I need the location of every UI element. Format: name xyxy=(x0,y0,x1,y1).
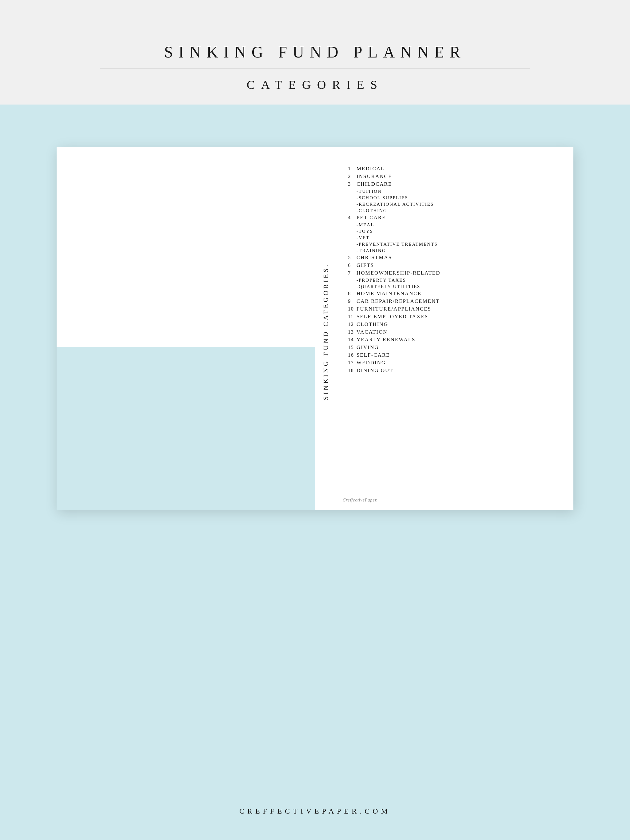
left-page-bottom-color xyxy=(57,347,315,510)
sub-category-name: -TOYS xyxy=(356,229,373,234)
category-name: CLOTHING xyxy=(356,321,388,327)
category-number: 17 xyxy=(348,360,356,366)
category-item: 17 WEDDING xyxy=(348,360,555,366)
sub-category-name: -CLOTHING xyxy=(356,208,387,213)
category-item: 18 DINING OUT xyxy=(348,368,555,374)
category-name: MEDICAL xyxy=(356,166,385,172)
sub-category-name: -TRAINING xyxy=(356,248,386,253)
categories-list: 1 MEDICAL2 INSURANCE3 CHILDCARE-TUITION-… xyxy=(342,163,555,501)
main-title: SINKING FUND PLANNER xyxy=(0,43,630,61)
category-item: 7 HOMEOWNERSHIP-RELATED xyxy=(348,270,555,276)
category-name: DINING OUT xyxy=(356,368,393,374)
category-name: CHILDCARE xyxy=(356,181,392,187)
category-item: 1 MEDICAL xyxy=(348,166,555,172)
sub-category-item: -TOYS xyxy=(356,229,555,234)
category-number: 12 xyxy=(348,321,356,327)
subtitle: CATEGORIES xyxy=(0,77,630,92)
sub-category-name: -QUARTERLY UTILITIES xyxy=(356,284,420,289)
category-item: 13 VACATION xyxy=(348,329,555,335)
sub-category-name: -MEAL xyxy=(356,222,374,227)
category-name: INSURANCE xyxy=(356,174,392,180)
category-number: 15 xyxy=(348,344,356,351)
vertical-label: SINKING FUND CATEGORIES. xyxy=(322,263,330,400)
sub-category-item: -VET xyxy=(356,235,555,240)
category-number: 6 xyxy=(348,262,356,268)
category-item: 3 CHILDCARE xyxy=(348,181,555,187)
category-name: FURNITURE/APPLIANCES xyxy=(356,306,431,312)
category-name: HOME MAINTENANCE xyxy=(356,291,421,297)
vertical-text-container: SINKING FUND CATEGORIES. xyxy=(315,163,337,501)
sub-category-item: -TUITION xyxy=(356,189,555,194)
category-number: 18 xyxy=(348,368,356,374)
category-item: 8 HOME MAINTENANCE xyxy=(348,291,555,297)
sub-category-item: -CLOTHING xyxy=(356,208,555,213)
category-name: YEARLY RENEWALS xyxy=(356,337,416,343)
sub-category-item: -QUARTERLY UTILITIES xyxy=(356,284,555,289)
sub-category-item: -TRAINING xyxy=(356,248,555,253)
category-number: 1 xyxy=(348,166,356,172)
category-name: PET CARE xyxy=(356,215,386,221)
book-spread: SINKING FUND CATEGORIES. 1 MEDICAL2 INSU… xyxy=(57,147,573,510)
category-name: CHRISTMAS xyxy=(356,254,392,261)
category-number: 11 xyxy=(348,314,356,320)
sub-category-item: -MEAL xyxy=(356,222,555,227)
category-number: 2 xyxy=(348,174,356,180)
sub-category-name: -PROPERTY TAXES xyxy=(356,278,406,283)
category-item: 2 INSURANCE xyxy=(348,174,555,180)
category-item: 10 FURNITURE/APPLIANCES xyxy=(348,306,555,312)
category-item: 9 CAR REPAIR/REPLACEMENT xyxy=(348,298,555,305)
header: SINKING FUND PLANNER CATEGORIES xyxy=(0,0,630,92)
category-name: SELF-CARE xyxy=(356,352,390,358)
separator-line xyxy=(339,163,339,501)
right-page: SINKING FUND CATEGORIES. 1 MEDICAL2 INSU… xyxy=(315,147,573,510)
category-item: 12 CLOTHING xyxy=(348,321,555,327)
category-number: 14 xyxy=(348,337,356,343)
category-number: 13 xyxy=(348,329,356,335)
category-number: 16 xyxy=(348,352,356,358)
category-name: CAR REPAIR/REPLACEMENT xyxy=(356,298,440,305)
category-name: GIVING xyxy=(356,344,379,351)
sub-category-item: -PREVENTATIVE TREATMENTS xyxy=(356,242,555,247)
sub-category-name: -VET xyxy=(356,235,369,240)
category-item: 11 SELF-EMPLOYED TAXES xyxy=(348,314,555,320)
category-name: HOMEOWNERSHIP-RELATED xyxy=(356,270,440,276)
sub-category-item: -RECREATIONAL ACTIVITIES xyxy=(356,202,555,207)
category-item: 4 PET CARE xyxy=(348,215,555,221)
category-item: 5 CHRISTMAS xyxy=(348,254,555,261)
footer-text: CREFFECTIVEPAPER.COM xyxy=(239,807,391,815)
category-item: 15 GIVING xyxy=(348,344,555,351)
left-page xyxy=(57,147,315,510)
category-number: 5 xyxy=(348,254,356,261)
category-number: 9 xyxy=(348,298,356,305)
category-number: 3 xyxy=(348,181,356,187)
category-number: 4 xyxy=(348,215,356,221)
sub-category-name: -PREVENTATIVE TREATMENTS xyxy=(356,242,438,247)
category-item: 16 SELF-CARE xyxy=(348,352,555,358)
category-number: 10 xyxy=(348,306,356,312)
category-item: 14 YEARLY RENEWALS xyxy=(348,337,555,343)
sub-category-name: -RECREATIONAL ACTIVITIES xyxy=(356,202,434,207)
credit-text: CreffectivePaper. xyxy=(343,498,378,503)
category-name: GIFTS xyxy=(356,262,374,268)
category-name: VACATION xyxy=(356,329,388,335)
category-name: WEDDING xyxy=(356,360,386,366)
sub-category-name: -SCHOOL SUPPLIES xyxy=(356,195,408,201)
category-item: 6 GIFTS xyxy=(348,262,555,268)
category-name: SELF-EMPLOYED TAXES xyxy=(356,314,428,320)
sub-category-name: -TUITION xyxy=(356,189,382,194)
category-number: 8 xyxy=(348,291,356,297)
category-number: 7 xyxy=(348,270,356,276)
sub-category-item: -SCHOOL SUPPLIES xyxy=(356,195,555,201)
sub-category-item: -PROPERTY TAXES xyxy=(356,278,555,283)
